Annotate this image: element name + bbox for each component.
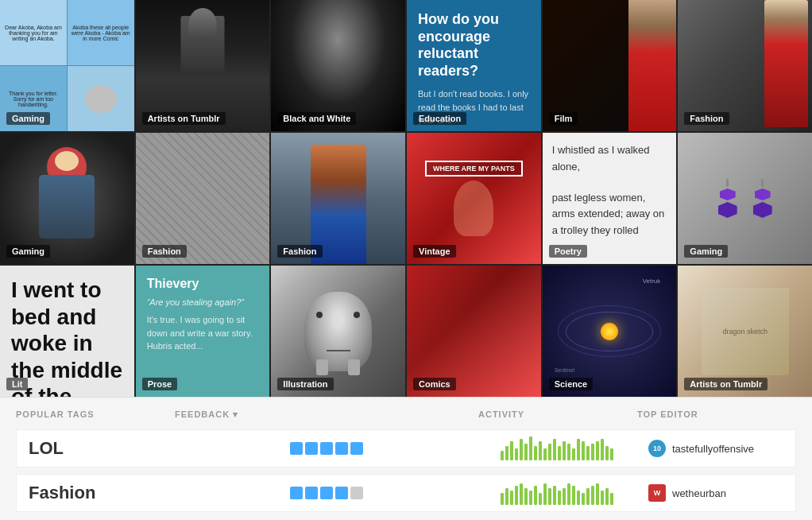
tag-row-lol: LOL <box>16 429 796 468</box>
bar <box>601 439 604 460</box>
sun-icon <box>601 323 618 340</box>
header-feedback[interactable]: FEEDBACK ▾ <box>175 409 478 420</box>
comic-panel: Akoba these all people were Akoba - Akob… <box>68 0 134 65</box>
science-label: Vetruk <box>643 277 661 285</box>
bar <box>501 451 504 460</box>
bar <box>582 441 585 460</box>
cell-fashion-street[interactable]: Fashion <box>271 133 405 264</box>
dot4 <box>335 487 348 499</box>
dot2 <box>305 442 318 455</box>
bar <box>515 448 518 460</box>
bar <box>572 448 575 460</box>
bar <box>524 444 528 460</box>
dot4 <box>335 442 348 455</box>
cell-tag-illustration: Illustration <box>277 378 333 390</box>
cell-black-white[interactable]: Black and White <box>271 0 405 131</box>
activity-bars-lol <box>478 437 636 460</box>
bar <box>510 441 513 460</box>
bar <box>591 444 594 460</box>
tag-row-fashion: Fashion <box>16 474 796 512</box>
editor-name-fashion[interactable]: wetheurban <box>672 487 726 499</box>
bottom-bar: POPULAR TAGS FEEDBACK ▾ ACTIVITY TOP EDI… <box>0 397 812 520</box>
dot1 <box>290 442 303 455</box>
bar <box>563 441 566 460</box>
comic-panel: Dear Akoba, Akoba am thanking you for am… <box>0 0 67 65</box>
cell-fashion-model[interactable]: Fashion <box>678 0 812 131</box>
bar <box>534 446 537 460</box>
cell-science[interactable]: Vetruk Sentinel Science <box>543 266 677 397</box>
bar <box>543 448 547 460</box>
bar <box>529 491 532 505</box>
bar <box>505 488 508 505</box>
bar <box>548 444 551 460</box>
bar <box>558 446 561 460</box>
feedback-dots-lol[interactable] <box>176 442 478 455</box>
bar <box>505 446 508 460</box>
bar <box>591 486 594 505</box>
cell-tag-film: Film <box>549 112 578 125</box>
cell-vintage[interactable]: WHERE ARE MY PANTS Vintage <box>407 133 541 264</box>
bar <box>543 483 547 505</box>
bar <box>510 491 513 505</box>
cell-gaming-earrings[interactable]: Gaming <box>678 133 812 264</box>
feedback-dots-fashion[interactable] <box>176 487 478 499</box>
dot5-inactive <box>350 487 363 499</box>
bar <box>605 446 609 460</box>
prose-title: Thievery <box>147 277 259 291</box>
prose-body: It's true. I was going to sit down and w… <box>147 313 259 353</box>
editor-avatar-lol: 10 <box>648 440 666 457</box>
cell-lit[interactable]: I went to bed and woke in the middle of … <box>0 266 134 397</box>
bar <box>586 446 590 460</box>
cell-tag-gaming2: Gaming <box>6 245 50 258</box>
tag-name-lol[interactable]: LOL <box>17 438 176 459</box>
cell-prose[interactable]: Thievery “Are you stealing again?” It's … <box>136 266 270 397</box>
bar <box>582 493 585 505</box>
cell-illustration[interactable]: Illustration <box>271 266 405 397</box>
bar <box>520 483 523 505</box>
bar <box>501 493 504 505</box>
editor-name-lol[interactable]: tastefullyoffensive <box>672 443 754 455</box>
prose-quote: “Are you stealing again?” <box>147 297 259 307</box>
bar <box>605 488 609 505</box>
cell-education[interactable]: How do you encourage reluctant readers? … <box>407 0 541 131</box>
editor-info-lol: 10 tastefullyoffensive <box>636 440 795 457</box>
earrings-display <box>718 179 772 218</box>
cell-tag-artists2: Artists on Tumblr <box>684 378 768 390</box>
bar <box>539 493 542 505</box>
cell-tag-artists: Artists on Tumblr <box>142 112 226 125</box>
cell-tag-science: Science <box>549 378 594 390</box>
cell-gaming-cartoon[interactable]: Gaming <box>0 133 134 264</box>
cell-fashion-texture[interactable]: Fashion <box>136 133 270 264</box>
tag-name-fashion[interactable]: Fashion <box>17 483 176 503</box>
header-top-editor: TOP EDITOR <box>637 409 796 420</box>
bar <box>515 486 518 505</box>
science-label2: Sentinel <box>555 367 574 373</box>
header-activity: ACTIVITY <box>478 409 637 420</box>
bar <box>577 491 580 505</box>
dot1 <box>290 487 303 499</box>
cell-poetry[interactable]: I whistled as I walked alone, past legle… <box>543 133 677 264</box>
bar <box>539 441 542 460</box>
bar <box>596 483 599 505</box>
cell-comics[interactable]: Comics <box>407 266 541 397</box>
cell-tag-lit: Lit <box>6 378 28 390</box>
cell-artists-on-tumblr-2[interactable]: dragon sketch Artists on Tumblr <box>678 266 812 397</box>
bar <box>548 488 551 505</box>
bar <box>596 441 599 460</box>
dot3 <box>320 442 333 455</box>
bar <box>567 483 570 505</box>
cell-tag-fashion3: Fashion <box>277 245 322 258</box>
cell-film[interactable]: RON MA Film <box>543 0 677 131</box>
cell-tag-vintage: Vintage <box>413 245 456 258</box>
bar <box>553 439 556 460</box>
education-title: How do you encourage reluctant readers? <box>418 11 530 80</box>
bar <box>610 493 613 505</box>
cell-tag-poetry: Poetry <box>549 245 587 258</box>
wetheurban-letter: W <box>654 489 661 497</box>
cell-gaming[interactable]: Dear Akoba, Akoba am thanking you for am… <box>0 0 134 131</box>
bar <box>610 448 613 460</box>
cell-artists-on-tumblr[interactable]: Artists on Tumblr <box>136 0 270 131</box>
wetheurban-icon: W <box>648 484 666 502</box>
bar <box>577 439 580 460</box>
cell-tag-gaming3: Gaming <box>684 245 728 258</box>
